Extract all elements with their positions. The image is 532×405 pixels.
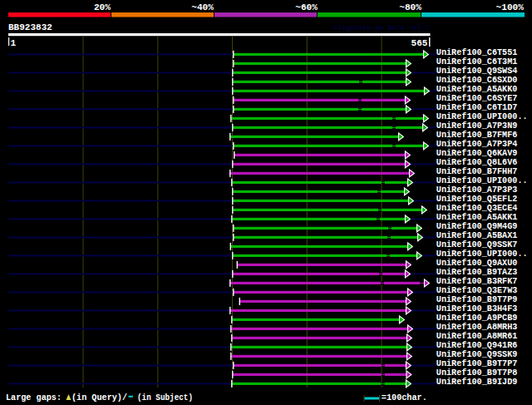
svg-text:1: 1 [11,38,17,48]
svg-text:(in Subject): (in Subject) [137,393,193,403]
svg-text:BB923832: BB923832 [8,22,52,32]
svg-text:(in Query)/: (in Query)/ [71,393,127,403]
svg-text:~40%: ~40% [191,2,214,12]
svg-text:20%: 20% [94,2,111,12]
svg-text:~100%: ~100% [496,2,525,12]
svg-text:UniRef100_B9IJD9: UniRef100_B9IJD9 [436,377,518,387]
svg-text:565: 565 [411,38,428,48]
svg-text:~80%: ~80% [399,2,421,12]
svg-text:=100char.: =100char. [382,393,427,403]
svg-text:AlignView.pm Beta rel.7: AlignView.pm Beta rel.7 [333,24,430,32]
svg-text:~60%: ~60% [295,2,318,12]
svg-text:Large gaps:: Large gaps: [6,393,62,403]
